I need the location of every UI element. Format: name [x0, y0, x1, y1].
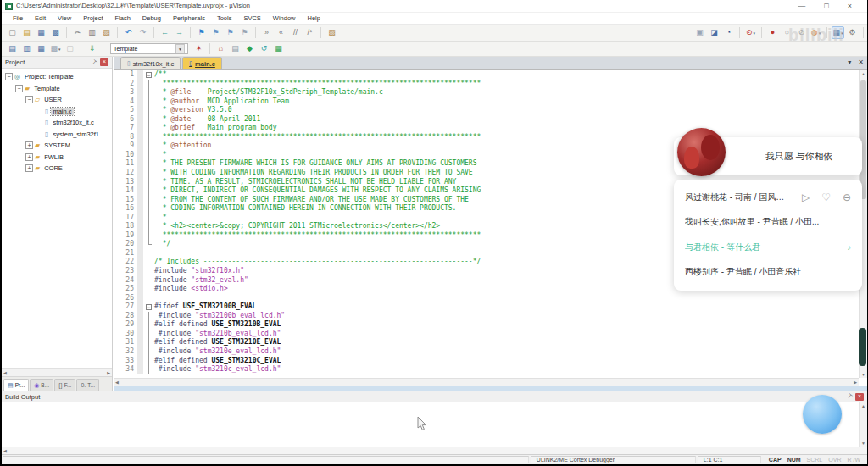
- more-icon[interactable]: ⊖: [843, 191, 851, 203]
- tree-item-system-stm32f1[interactable]: ▯system_stm32f1: [2, 129, 112, 141]
- bookmark-prev-icon[interactable]: ⚑: [209, 26, 222, 39]
- uncomment-icon[interactable]: /*: [303, 26, 316, 39]
- chevron-down-icon[interactable]: ▼: [175, 44, 185, 53]
- tree-item-user[interactable]: −▱USER: [2, 94, 112, 106]
- bookmark-clear-icon[interactable]: ⚑: [238, 26, 251, 39]
- tree-expander-icon[interactable]: −: [15, 85, 23, 92]
- new-file-icon[interactable]: ▢: [6, 26, 19, 39]
- find-in-files-icon[interactable]: ▧: [326, 26, 338, 39]
- scroll-up-icon[interactable]: ▲: [860, 403, 867, 408]
- fold-collapse-icon[interactable]: −: [146, 304, 152, 310]
- menu-svcs[interactable]: SVCS: [237, 14, 266, 22]
- fold-collapse-icon[interactable]: −: [146, 72, 152, 78]
- save-all-icon[interactable]: ▩: [49, 26, 62, 39]
- tree-item-core[interactable]: +▰CORE: [2, 163, 112, 175]
- pen-icon[interactable]: ◔: [722, 26, 735, 39]
- panel-tab-b[interactable]: ◉B...: [30, 379, 53, 391]
- panel-tab-t[interactable]: 0.T...: [76, 379, 99, 391]
- download-icon[interactable]: ⇓: [86, 42, 98, 55]
- tree-item-stm32f10x-it-c[interactable]: ▯stm32f10x_it.c: [2, 117, 112, 129]
- build-output-vscrollbar[interactable]: ▲ ▼: [859, 402, 867, 447]
- heart-icon[interactable]: ♡: [821, 191, 831, 203]
- close-panel-icon[interactable]: ×: [855, 393, 864, 401]
- batch-build-icon[interactable]: ▩▾: [49, 42, 62, 55]
- manage-rte-icon[interactable]: ◆: [243, 42, 256, 55]
- option-checkbox-icon[interactable]: ▣: [693, 26, 706, 39]
- scroll-down-icon[interactable]: ▼: [860, 372, 867, 377]
- build-output-hscrollbar[interactable]: ◀: [2, 447, 867, 454]
- editor-hscrollbar[interactable]: ◀ ▶: [114, 378, 859, 386]
- playlist-item[interactable]: 风过谢桃花 - 司南 / 国风新语 /...▷♡⊖: [674, 185, 862, 210]
- playlist-item[interactable]: 西楼别序 - 尹昔眠 / 小田音乐社: [674, 260, 862, 286]
- rebuild-icon[interactable]: ▦: [35, 42, 47, 55]
- menu-project[interactable]: Project: [77, 14, 108, 22]
- paste-icon[interactable]: ▨: [100, 26, 113, 39]
- menu-view[interactable]: View: [52, 14, 77, 22]
- save-icon[interactable]: ▦: [35, 26, 47, 39]
- breakpoint-icon[interactable]: ●: [766, 26, 779, 39]
- scroll-left-icon[interactable]: ◀: [114, 380, 120, 385]
- person-icon[interactable]: ◪: [708, 26, 721, 39]
- outdent-icon[interactable]: «: [275, 26, 287, 39]
- tree-item-main-c[interactable]: ▯main.c: [2, 106, 112, 118]
- close-document-icon[interactable]: ✕: [858, 58, 864, 66]
- tree-expander-icon[interactable]: +: [25, 164, 33, 172]
- search-icon[interactable]: ⊙▾: [744, 26, 757, 39]
- pack-installer-icon[interactable]: ▦: [272, 42, 285, 55]
- vscroll-thumb[interactable]: [860, 80, 866, 199]
- menu-file[interactable]: File: [7, 14, 29, 22]
- open-folder-icon[interactable]: ▤: [20, 26, 33, 39]
- tree-expander-icon[interactable]: +: [25, 153, 33, 161]
- window-layout-icon[interactable]: ▦▾: [832, 26, 844, 39]
- nav-back-icon[interactable]: ←: [159, 26, 171, 39]
- tree-item-fwlib[interactable]: +▰FWLIB: [2, 152, 112, 164]
- target-select[interactable]: Template▼: [110, 43, 188, 54]
- scroll-up-icon[interactable]: ▲: [860, 71, 867, 76]
- translate-icon[interactable]: ▤: [6, 42, 19, 55]
- menu-tools[interactable]: Tools: [211, 14, 238, 22]
- tree-expander-icon[interactable]: −: [5, 73, 13, 80]
- comment-icon[interactable]: //: [289, 26, 302, 39]
- tree-expander-icon[interactable]: +: [25, 141, 33, 149]
- refresh-icon[interactable]: ↺: [258, 42, 270, 55]
- build-output-body[interactable]: [2, 402, 867, 447]
- scroll-down-icon[interactable]: ▼: [860, 441, 867, 446]
- scroll-right-icon[interactable]: ▶: [852, 380, 859, 385]
- rte-house-icon[interactable]: ⌂: [214, 42, 227, 55]
- menu-window[interactable]: Window: [267, 14, 302, 22]
- panel-tab-pr[interactable]: ▤Pr...: [3, 379, 29, 391]
- tree-item-template[interactable]: −▰Template: [2, 83, 112, 95]
- playlist-item[interactable]: 我叫长安,你叫故里 - 尹昔眠 / 小田...: [674, 210, 862, 236]
- cut-icon[interactable]: ✂: [71, 26, 84, 39]
- breakpoint-kill-icon[interactable]: ◍▾: [810, 26, 822, 39]
- scroll-left-icon[interactable]: ◀: [2, 370, 8, 375]
- tab-list-dropdown-icon[interactable]: ▾: [848, 58, 851, 66]
- tree-expander-icon[interactable]: −: [25, 96, 33, 103]
- copy-icon[interactable]: ▥: [86, 26, 98, 39]
- scroll-right-icon[interactable]: ▶: [105, 370, 112, 375]
- panel-tab-f[interactable]: {}F...: [54, 379, 75, 391]
- play-icon[interactable]: ▷: [802, 191, 810, 203]
- pack-icon[interactable]: ▤: [229, 42, 242, 55]
- menu-peripherals[interactable]: Peripherals: [167, 14, 211, 22]
- breakpoint-disable-icon[interactable]: ⊘: [795, 26, 808, 39]
- tree-item-project-template[interactable]: −◎Project: Template: [2, 71, 112, 83]
- tools-icon[interactable]: ⚙: [846, 26, 859, 39]
- options-target-icon[interactable]: ✶: [192, 42, 205, 55]
- close-panel-icon[interactable]: ×: [100, 58, 108, 66]
- nav-forward-icon[interactable]: →: [173, 26, 186, 39]
- minimize-button[interactable]: —: [798, 3, 805, 10]
- playlist-item[interactable]: 与君相依 - 等什么君♪: [674, 235, 862, 260]
- menu-debug[interactable]: Debug: [136, 14, 167, 22]
- stop-build-icon[interactable]: ▢: [64, 42, 76, 55]
- tree-item-system[interactable]: +▰SYSTEM: [2, 140, 112, 152]
- maximize-button[interactable]: □: [824, 3, 828, 10]
- editor-tab-main-c[interactable]: ▯main.c: [182, 57, 222, 69]
- menu-help[interactable]: Help: [302, 14, 326, 22]
- undo-icon[interactable]: ↶: [122, 26, 135, 39]
- build-icon[interactable]: ▥: [20, 42, 33, 55]
- project-panel-hscrollbar[interactable]: ◀ ▶: [2, 368, 112, 376]
- album-art[interactable]: [677, 128, 726, 176]
- editor-tab-stm32f10x-it-c[interactable]: ▯stm32f10x_it.c: [120, 57, 181, 69]
- breakpoint-enable-icon[interactable]: ○: [781, 26, 793, 39]
